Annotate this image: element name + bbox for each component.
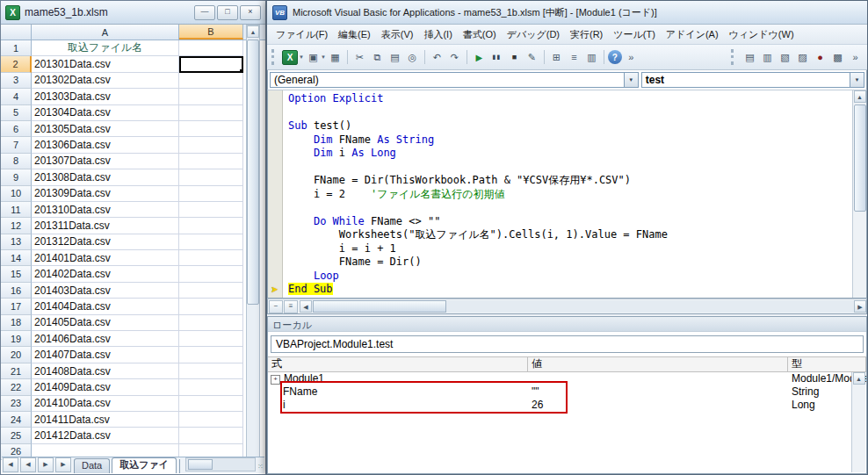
cell-b5[interactable]	[179, 105, 243, 121]
cell-b14[interactable]	[179, 250, 243, 266]
cell-a5[interactable]: 201304Data.csv	[32, 105, 179, 121]
row-header[interactable]: 8	[1, 154, 32, 169]
menu-item[interactable]: デバッグ(D)	[502, 26, 565, 43]
chevron-down-icon[interactable]: ▼	[850, 73, 864, 87]
cell-a13[interactable]: 201312Data.csv	[32, 234, 179, 250]
code-hscroll-thumb[interactable]	[313, 300, 446, 313]
row-header[interactable]: 3	[1, 73, 32, 89]
toolbar-drag-handle[interactable]	[271, 49, 278, 65]
paste-icon[interactable]: ▤	[387, 49, 403, 65]
toolbar-overflow-chevron[interactable]: »	[623, 49, 640, 65]
sheet-horizontal-scrollbar[interactable]	[185, 457, 256, 471]
cell-b21[interactable]	[179, 363, 243, 379]
cell-a6[interactable]: 201305Data.csv	[32, 121, 179, 137]
toolbar2-overflow-chevron[interactable]: »	[847, 49, 864, 65]
menu-item[interactable]: 表示(V)	[376, 26, 419, 43]
row-header[interactable]: 4	[1, 89, 32, 104]
vba-titlebar[interactable]: VB Microsoft Visual Basic for Applicatio…	[267, 1, 867, 25]
cell-a11[interactable]: 201310Data.csv	[32, 202, 179, 218]
sheet-nav-prev-icon[interactable]: ◀	[20, 457, 36, 472]
menu-item[interactable]: ウィンドウ(W)	[724, 26, 799, 43]
cell-b1[interactable]	[179, 40, 243, 56]
cell-a24[interactable]: 201411Data.csv	[32, 412, 179, 428]
copy-icon[interactable]: ⧉	[369, 49, 386, 65]
cell-a16[interactable]: 201403Data.csv	[32, 283, 179, 299]
cell-b23[interactable]	[179, 396, 243, 412]
row-header[interactable]: 16	[1, 283, 32, 299]
cell-b6[interactable]	[179, 121, 243, 137]
row-header[interactable]: 23	[1, 396, 32, 412]
cell-a18[interactable]: 201405Data.csv	[32, 315, 179, 331]
restore-button[interactable]: □	[217, 5, 238, 20]
find-icon[interactable]: ◎	[404, 49, 421, 65]
column-header-a[interactable]: A	[32, 25, 179, 40]
excel-vertical-scrollbar[interactable]: ▲	[246, 25, 260, 459]
cell-a9[interactable]: 201308Data.csv	[32, 169, 179, 185]
cell-a1[interactable]: 取込ファイル名	[32, 40, 179, 56]
redo-icon[interactable]: ↷	[446, 49, 463, 65]
cell-a10[interactable]: 201309Data.csv	[32, 186, 179, 202]
chevron-down-icon[interactable]: ▼	[624, 73, 638, 87]
sheet-nav-next-icon[interactable]: ▶	[38, 457, 54, 472]
row-header[interactable]: 5	[1, 105, 32, 121]
cell-a4[interactable]: 201303Data.csv	[32, 89, 179, 104]
comment-block-icon[interactable]: ▩	[829, 49, 846, 65]
row-header[interactable]: 9	[1, 169, 32, 185]
cell-b11[interactable]	[179, 202, 243, 218]
row-header[interactable]: 1	[1, 40, 32, 56]
cell-b4[interactable]	[179, 89, 243, 104]
cell-a23[interactable]: 201410Data.csv	[32, 396, 179, 412]
toolbar-drag-handle[interactable]	[731, 49, 737, 65]
code-margin-indicator-bar[interactable]: ➤	[268, 90, 283, 298]
menu-item[interactable]: ツール(T)	[608, 26, 661, 43]
column-header-b[interactable]: B	[179, 25, 243, 40]
locals-row[interactable]: i26Long	[268, 399, 866, 412]
cell-a14[interactable]: 201401Data.csv	[32, 250, 179, 266]
cell-b25[interactable]	[179, 428, 243, 443]
cell-a21[interactable]: 201408Data.csv	[32, 363, 179, 379]
row-header[interactable]: 22	[1, 379, 32, 395]
project-explorer-icon[interactable]: ⊞	[548, 49, 565, 65]
cell-a12[interactable]: 201311Data.csv	[32, 218, 179, 234]
excel-vscroll-thumb[interactable]	[247, 40, 259, 305]
properties-window-icon[interactable]: ≡	[566, 49, 582, 65]
cell-a22[interactable]: 201409Data.csv	[32, 379, 179, 395]
row-header[interactable]: 12	[1, 218, 32, 234]
row-header[interactable]: 10	[1, 186, 32, 202]
menu-item[interactable]: 実行(R)	[565, 26, 608, 43]
sheet-hscroll-thumb[interactable]	[188, 459, 213, 470]
scroll-right-icon[interactable]: ▶	[854, 300, 866, 313]
row-header[interactable]: 21	[1, 363, 32, 379]
code-vertical-scrollbar[interactable]: ▲	[852, 90, 866, 298]
locals-row[interactable]: +Module1Module1/Module1	[268, 372, 866, 385]
cell-b12[interactable]	[179, 218, 243, 234]
immediate-window-icon[interactable]: ▥	[759, 49, 776, 65]
view-excel-icon[interactable]: X	[282, 50, 298, 65]
cell-b13[interactable]	[179, 234, 243, 250]
code-horizontal-scrollbar[interactable]	[312, 300, 854, 313]
scroll-up-icon[interactable]: ▲	[247, 25, 259, 38]
locals-row[interactable]: FName""String	[268, 385, 866, 399]
cell-a25[interactable]: 201412Data.csv	[32, 428, 179, 443]
cell-b9[interactable]	[179, 169, 243, 185]
row-header[interactable]: 6	[1, 121, 32, 137]
resize-grip-icon[interactable]: ⁙	[257, 461, 264, 473]
break-icon[interactable]: ▮▮	[488, 49, 505, 65]
run-icon[interactable]: ▶	[471, 49, 488, 65]
excel-grid[interactable]: 1取込ファイル名2201301Data.csv3201302Data.csv42…	[1, 40, 265, 460]
locals-call-context[interactable]: VBAProject.Module1.test	[271, 335, 864, 353]
insert-userform-icon[interactable]: ▣	[305, 49, 322, 65]
locals-col-type[interactable]: 型	[788, 357, 866, 371]
row-header[interactable]: 14	[1, 250, 32, 266]
cut-icon[interactable]: ✂	[351, 49, 368, 65]
sheet-tab[interactable]: 取込ファイ	[112, 457, 177, 473]
cell-a19[interactable]: 201406Data.csv	[32, 331, 179, 347]
minimize-button[interactable]: —	[194, 5, 215, 20]
cell-b15[interactable]	[179, 266, 243, 282]
excel-titlebar[interactable]: X mame53_1b.xlsm —□×	[1, 1, 265, 25]
cell-b18[interactable]	[179, 315, 243, 331]
cell-a17[interactable]: 201404Data.csv	[32, 299, 179, 314]
sheet-nav-next-icon[interactable]: ▶	[55, 457, 71, 472]
row-header[interactable]: 25	[1, 428, 32, 443]
cell-b16[interactable]	[179, 283, 243, 299]
